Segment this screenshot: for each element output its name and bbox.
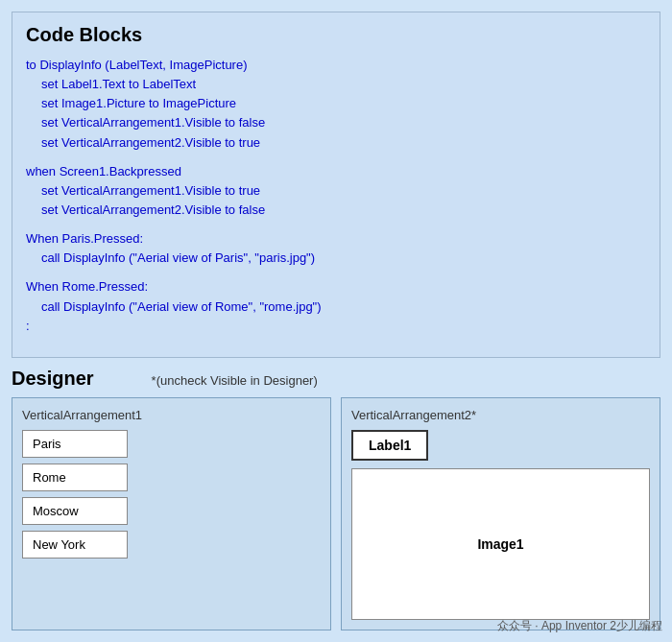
cb1-line1: to DisplayInfo (LabelText, ImagePicture) [26, 56, 646, 75]
cb2-line2: set VerticalArrangement1.Visible to true [26, 181, 646, 201]
code-block-1: to DisplayInfo (LabelText, ImagePicture)… [26, 56, 646, 153]
code-blocks-section: Code Blocks to DisplayInfo (LabelText, I… [12, 12, 660, 358]
image1-box: Image1 [351, 468, 650, 620]
newyork-button[interactable]: New York [22, 531, 128, 559]
cb2-line1: when Screen1.Backpressed [26, 162, 646, 181]
designer-section: Designer *(uncheck Visible in Designer) … [12, 368, 660, 630]
cb3-line2: call DisplayInfo ("Aerial view of Paris"… [26, 249, 646, 268]
designer-title: Designer [12, 368, 94, 390]
cb1-line2: set Label1.Text to LabelText [26, 75, 646, 94]
va2-panel: VerticalArrangement2* Label1 Image1 [341, 397, 660, 630]
paris-button[interactable]: Paris [22, 430, 128, 458]
code-blocks-title: Code Blocks [26, 24, 646, 46]
cb4-line2: call DisplayInfo ("Aerial view of Rome",… [26, 297, 646, 317]
cb4-line1: When Rome.Pressed: [26, 277, 646, 297]
code-block-3: When Paris.Pressed: call DisplayInfo ("A… [26, 229, 646, 268]
cb3-line1: When Paris.Pressed: [26, 229, 646, 249]
rome-button[interactable]: Rome [22, 464, 128, 491]
va2-label: VerticalArrangement2* [351, 408, 650, 422]
designer-header: Designer *(uncheck Visible in Designer) [12, 368, 660, 390]
moscow-button[interactable]: Moscow [22, 497, 128, 525]
cb4-line3: : [26, 317, 646, 336]
label1-box: Label1 [351, 430, 428, 461]
cb2-line3: set VerticalArrangement2.Visible to fals… [26, 201, 646, 220]
designer-panels: VerticalArrangement1 Paris Rome Moscow N… [12, 397, 660, 630]
va1-panel: VerticalArrangement1 Paris Rome Moscow N… [12, 397, 331, 630]
watermark: 众众号 · App Inventor 2少儿编程 [497, 618, 662, 634]
va1-label: VerticalArrangement1 [22, 408, 321, 422]
code-block-2: when Screen1.Backpressed set VerticalArr… [26, 162, 646, 220]
cb1-line5: set VerticalArrangement2.Visible to true [26, 133, 646, 153]
cb1-line4: set VerticalArrangement1.Visible to fals… [26, 113, 646, 132]
code-block-4: When Rome.Pressed: call DisplayInfo ("Ae… [26, 277, 646, 335]
designer-note: *(uncheck Visible in Designer) [152, 373, 318, 388]
image1-text: Image1 [477, 536, 523, 552]
cb1-line3: set Image1.Picture to ImagePicture [26, 94, 646, 113]
main-container: Code Blocks to DisplayInfo (LabelText, I… [0, 0, 672, 642]
